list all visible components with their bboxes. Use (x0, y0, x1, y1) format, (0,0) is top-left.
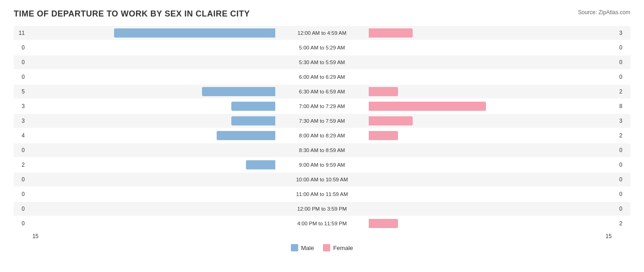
female-bar (369, 28, 413, 38)
female-bar-container (368, 219, 617, 228)
male-bar (246, 160, 275, 169)
male-value: 0 (14, 74, 27, 80)
male-bar-container (27, 204, 276, 213)
male-bar-container (27, 72, 276, 82)
female-value: 0 (617, 147, 630, 153)
bars-area: 12:00 AM to 4:59 AM (27, 26, 617, 40)
female-value: 0 (617, 59, 630, 65)
female-value: 0 (617, 176, 630, 183)
male-bar-container (27, 160, 276, 169)
male-value: 5 (14, 88, 27, 95)
male-bar (202, 87, 275, 96)
bars-area: 12:00 PM to 3:59 PM (27, 202, 617, 216)
female-value: 2 (617, 132, 630, 139)
female-bar-container (368, 131, 617, 140)
chart-row: 0 6:00 AM to 6:29 AM 0 (14, 70, 630, 84)
female-value: 8 (617, 103, 630, 109)
female-bar-container (368, 190, 617, 199)
bars-area: 5:30 AM to 5:59 AM (27, 55, 617, 69)
time-label: 10:00 AM to 10:59 AM (276, 177, 368, 182)
male-bar (231, 116, 275, 125)
time-label: 4:00 PM to 11:59 PM (276, 221, 368, 226)
male-bar (231, 102, 275, 111)
chart-row: 11 12:00 AM to 4:59 AM 3 (14, 26, 630, 40)
bars-area: 9:00 AM to 9:59 AM (27, 158, 617, 172)
bars-area: 10:00 AM to 10:59 AM (27, 173, 617, 186)
female-value: 2 (617, 88, 630, 95)
female-bar (369, 87, 398, 96)
male-value: 3 (14, 103, 27, 109)
male-bar-container (27, 219, 276, 228)
chart-row: 0 11:00 AM to 11:59 AM 0 (14, 187, 630, 201)
bars-area: 11:00 AM to 11:59 AM (27, 187, 617, 201)
male-bar (114, 28, 275, 38)
female-value: 2 (617, 220, 630, 227)
male-value: 4 (14, 132, 27, 139)
bars-area: 7:30 AM to 7:59 AM (27, 114, 617, 128)
male-value: 0 (14, 206, 27, 212)
male-bar-container (27, 190, 276, 199)
legend-female-label: Female (333, 245, 353, 251)
male-bar-container (27, 58, 276, 67)
male-bar-container (27, 146, 276, 155)
male-value: 0 (14, 44, 27, 51)
bars-area: 6:00 AM to 6:29 AM (27, 70, 617, 84)
bars-area: 8:00 AM to 8:29 AM (27, 129, 617, 142)
legend-female: Female (323, 244, 353, 251)
time-label: 11:00 AM to 11:59 AM (276, 191, 368, 197)
time-label: 5:00 AM to 5:29 AM (276, 45, 368, 50)
female-bar-container (368, 28, 617, 38)
time-label: 8:00 AM to 8:29 AM (276, 133, 368, 138)
female-bar (369, 219, 398, 228)
female-bar-container (368, 204, 617, 213)
chart-header: TIME OF DEPARTURE TO WORK BY SEX IN CLAI… (14, 9, 630, 19)
male-value: 11 (14, 30, 27, 36)
female-value: 0 (617, 191, 630, 197)
chart-row: 0 5:00 AM to 5:29 AM 0 (14, 41, 630, 54)
female-value: 3 (617, 30, 630, 36)
male-bar-container (27, 131, 276, 140)
legend-male-label: Male (301, 245, 314, 251)
male-value: 0 (14, 191, 27, 197)
time-label: 7:30 AM to 7:59 AM (276, 118, 368, 124)
chart-row: 5 6:30 AM to 6:59 AM 2 (14, 85, 630, 98)
time-label: 12:00 PM to 3:59 PM (276, 206, 368, 212)
male-bar-container (27, 175, 276, 184)
legend-female-box (323, 244, 330, 251)
female-value: 0 (617, 44, 630, 51)
x-label-left: 15 (27, 233, 41, 239)
chart-title: TIME OF DEPARTURE TO WORK BY SEX IN CLAI… (14, 9, 250, 19)
time-label: 9:00 AM to 9:59 AM (276, 162, 368, 168)
male-bar (217, 131, 275, 140)
chart-source: Source: ZipAtlas.com (578, 9, 630, 16)
chart-row: 3 7:00 AM to 7:29 AM 8 (14, 99, 630, 113)
bars-area: 7:00 AM to 7:29 AM (27, 99, 617, 113)
chart-row: 0 10:00 AM to 10:59 AM 0 (14, 173, 630, 186)
male-bar-container (27, 102, 276, 111)
time-label: 8:30 AM to 8:59 AM (276, 147, 368, 153)
male-bar-container (27, 87, 276, 96)
female-bar-container (368, 58, 617, 67)
female-value: 0 (617, 206, 630, 212)
male-bar-container (27, 28, 276, 38)
male-value: 0 (14, 176, 27, 183)
bars-area: 6:30 AM to 6:59 AM (27, 85, 617, 98)
x-axis: 15 15 (14, 233, 630, 239)
time-label: 6:30 AM to 6:59 AM (276, 89, 368, 94)
x-label-right: 15 (603, 233, 617, 239)
female-bar-container (368, 175, 617, 184)
male-value: 0 (14, 147, 27, 153)
chart-row: 0 8:30 AM to 8:59 AM 0 (14, 143, 630, 157)
chart-container: TIME OF DEPARTURE TO WORK BY SEX IN CLAI… (0, 0, 644, 265)
male-value: 2 (14, 162, 27, 168)
male-value: 3 (14, 118, 27, 124)
legend: Male Female (14, 244, 630, 251)
time-label: 12:00 AM to 4:59 AM (276, 30, 368, 36)
female-bar (369, 102, 486, 111)
chart-row: 0 4:00 PM to 11:59 PM 2 (14, 217, 630, 230)
male-value: 0 (14, 59, 27, 65)
time-label: 6:00 AM to 6:29 AM (276, 74, 368, 80)
male-value: 0 (14, 220, 27, 227)
male-bar-container (27, 43, 276, 52)
chart-row: 0 12:00 PM to 3:59 PM 0 (14, 202, 630, 216)
